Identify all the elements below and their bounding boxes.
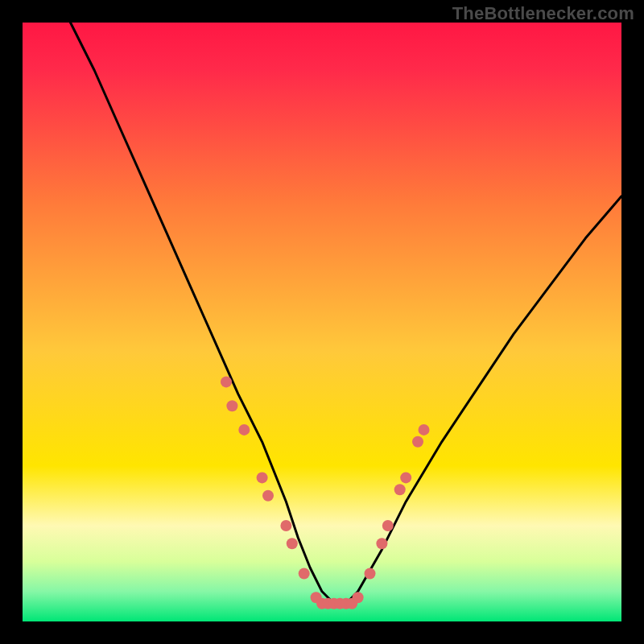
data-marker xyxy=(221,376,232,387)
data-marker xyxy=(287,538,298,549)
data-marker xyxy=(376,538,387,549)
chart-frame: TheBottlenecker.com xyxy=(0,0,644,644)
data-marker xyxy=(299,568,310,580)
data-marker xyxy=(394,484,406,495)
data-marker xyxy=(412,436,423,448)
data-marker xyxy=(262,490,274,502)
data-marker xyxy=(400,472,411,483)
data-marker xyxy=(280,520,291,531)
data-marker xyxy=(382,520,394,531)
data-marker xyxy=(353,592,364,603)
watermark-text: TheBottlenecker.com xyxy=(452,3,634,24)
data-marker xyxy=(238,424,250,436)
data-marker xyxy=(226,400,237,411)
data-marker xyxy=(257,472,268,483)
data-marker xyxy=(419,424,430,436)
bottleneck-chart xyxy=(0,0,644,644)
data-marker xyxy=(365,568,376,580)
